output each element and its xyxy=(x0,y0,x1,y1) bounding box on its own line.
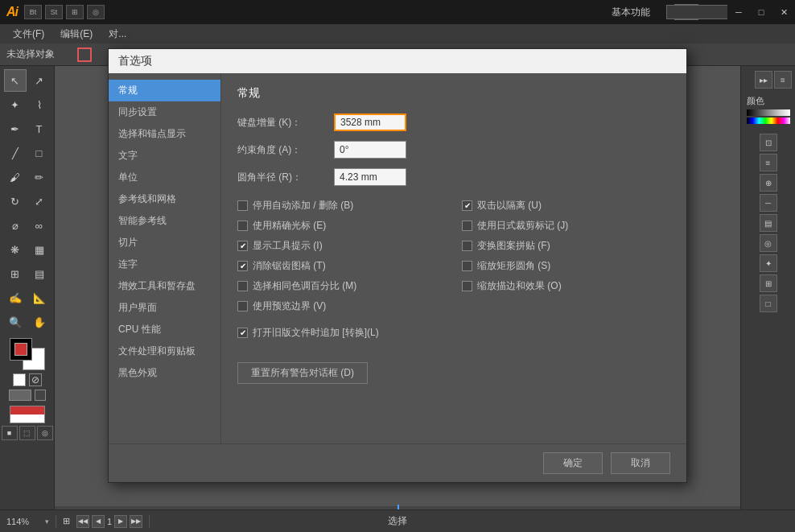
nav-item-slices[interactable]: 切片 xyxy=(109,232,220,254)
direct-select-tool[interactable]: ↗ xyxy=(28,69,51,92)
nav-item-selection[interactable]: 选择和锚点显示 xyxy=(109,123,220,145)
paintbrush-tool[interactable]: 🖌 xyxy=(4,166,27,188)
nav-item-hyphenation[interactable]: 连字 xyxy=(109,254,220,275)
zoom-level: 114% xyxy=(6,517,39,526)
keyboard-increment-input[interactable] xyxy=(334,113,406,131)
nav-item-sync[interactable]: 同步设置 xyxy=(109,101,220,123)
gradient-panel-icon[interactable]: ▤ xyxy=(760,214,777,232)
nav-icon[interactable]: ◎ xyxy=(37,426,53,440)
type-tool[interactable]: T xyxy=(28,118,51,140)
mesh-tool[interactable]: ⊞ xyxy=(4,262,27,285)
fg-bg-color-selector[interactable] xyxy=(10,338,45,370)
nav-controls: ◀◀ ◀ 1 ▶ ▶▶ xyxy=(76,515,142,528)
cb-select-same-tint[interactable] xyxy=(237,281,248,291)
screen-mode-btn[interactable] xyxy=(35,390,46,401)
maximize-button[interactable]: □ xyxy=(750,0,772,24)
rotate-tool[interactable]: ↻ xyxy=(4,190,27,212)
nav-item-general[interactable]: 常规 xyxy=(109,80,220,101)
art-board-tool[interactable] xyxy=(10,406,45,423)
hand-tool[interactable]: ✋ xyxy=(28,311,51,333)
cb-transform-pattern[interactable] xyxy=(462,241,472,251)
artboards-icon[interactable]: □ xyxy=(760,295,777,312)
cb-row-precise-cursor: 使用精确光标 (E) xyxy=(237,219,446,233)
fill-icon[interactable]: ■ xyxy=(2,426,18,440)
foreground-color[interactable] xyxy=(10,338,32,361)
nav-item-units[interactable]: 单位 xyxy=(109,167,220,188)
warp-tool[interactable]: ⌀ xyxy=(4,214,27,237)
first-page-btn[interactable]: ◀◀ xyxy=(76,515,89,528)
cb-legacy-convert[interactable]: ✔ xyxy=(237,328,248,338)
nav-item-plugins[interactable]: 增效工具和暂存盘 xyxy=(109,275,220,297)
menu-edit[interactable]: 编辑(E) xyxy=(52,26,101,43)
cb-use-preview[interactable] xyxy=(237,301,248,311)
corner-radius-label: 圆角半径 (R)： xyxy=(237,171,334,184)
line-tool[interactable]: ╱ xyxy=(4,142,27,164)
none-swatch[interactable]: ⊘ xyxy=(29,373,42,386)
next-page-btn[interactable]: ▶ xyxy=(114,515,127,528)
pathfinder-icon[interactable]: ⊕ xyxy=(760,174,777,192)
panel-options-icon[interactable]: ≡ xyxy=(774,71,792,89)
column-graph-tool[interactable]: ▦ xyxy=(28,238,51,261)
dialog-title: 首选项 xyxy=(118,54,152,68)
layers-icon[interactable]: ⊞ xyxy=(760,274,777,292)
reset-warnings-button[interactable]: 重置所有警告对话框 (D) xyxy=(237,362,368,384)
nav-item-file-handling[interactable]: 文件处理和剪贴板 xyxy=(109,340,220,362)
lasso-tool[interactable]: ⌇ xyxy=(28,93,51,116)
nav-item-ui[interactable]: 用户界面 xyxy=(109,297,220,319)
cb-tool-tips[interactable]: ✔ xyxy=(237,241,248,251)
cb-row-double-click: ✔ 双击以隔离 (U) xyxy=(462,199,670,212)
measure-tool[interactable]: 📐 xyxy=(28,287,51,309)
select-tool[interactable]: ↖ xyxy=(4,69,27,92)
nav-item-smart-guides[interactable]: 智能参考线 xyxy=(109,210,220,232)
eyedropper-tool[interactable]: ✍ xyxy=(4,287,27,309)
ok-button[interactable]: 确定 xyxy=(543,452,603,474)
nav-item-type[interactable]: 文字 xyxy=(109,145,220,167)
appearance-icon[interactable]: ◎ xyxy=(760,234,777,252)
status-separator-2 xyxy=(149,515,150,528)
rect-tool[interactable]: □ xyxy=(28,142,51,164)
cb-scale-corners[interactable] xyxy=(462,261,472,271)
selection-status: 未选择对象 xyxy=(6,47,71,61)
dialog-content: 常规 键盘增量 (K)： 约束角度 (A)： 圆角半径 (R)： xyxy=(221,73,686,443)
transform-icon[interactable]: ⊡ xyxy=(760,134,777,151)
cb-scale-stroke[interactable] xyxy=(462,281,472,291)
tool-row-8: ❋ ▦ xyxy=(4,238,51,261)
symbol-tool[interactable]: ❋ xyxy=(4,238,27,261)
stroke-icon[interactable]: ⬚ xyxy=(19,426,35,440)
cb-precise-cursor[interactable] xyxy=(237,221,248,231)
corner-radius-input[interactable] xyxy=(334,168,406,186)
prev-page-btn[interactable]: ◀ xyxy=(92,515,105,528)
cancel-button[interactable]: 取消 xyxy=(611,452,670,474)
pen-tool[interactable]: ✒ xyxy=(4,118,27,140)
last-page-btn[interactable]: ▶▶ xyxy=(130,515,142,528)
blend-tool[interactable]: ∞ xyxy=(28,214,51,237)
zoom-tool[interactable]: 🔍 xyxy=(4,311,27,333)
white-swatch[interactable] xyxy=(13,373,26,386)
color-gradient-bar[interactable] xyxy=(747,109,790,116)
align-icon[interactable]: ≡ xyxy=(760,154,777,171)
magic-wand-tool[interactable]: ✦ xyxy=(4,93,27,116)
keyboard-increment-label: 键盘增量 (K)： xyxy=(237,116,334,130)
nav-item-black[interactable]: 黑色外观 xyxy=(109,362,220,384)
cb-anti-alias[interactable]: ✔ xyxy=(237,261,248,271)
nav-item-guides[interactable]: 参考线和网格 xyxy=(109,188,220,210)
cb-japanese-crop[interactable] xyxy=(462,221,472,231)
zoom-dropdown-arrow[interactable]: ▾ xyxy=(45,518,49,526)
close-button[interactable]: ✕ xyxy=(772,0,795,24)
gradient-tool[interactable]: ▤ xyxy=(28,262,51,285)
panel-menu-icon[interactable]: ▸▸ xyxy=(755,71,772,89)
nav-item-gpu[interactable]: CPU 性能 xyxy=(109,319,220,340)
color-spectrum-bar[interactable] xyxy=(747,118,790,124)
pencil-tool[interactable]: ✏ xyxy=(28,166,51,188)
scale-tool[interactable]: ⤢ xyxy=(28,190,51,212)
cb-double-click[interactable]: ✔ xyxy=(462,200,472,211)
menu-file[interactable]: 文件(F) xyxy=(5,26,52,43)
minimize-button[interactable]: ─ xyxy=(727,0,750,24)
view-mode-btn[interactable] xyxy=(9,390,31,401)
view-mode-row xyxy=(9,390,46,401)
constrain-angle-input[interactable] xyxy=(334,141,406,159)
graphic-styles-icon[interactable]: ✦ xyxy=(760,254,777,272)
cb-auto-add[interactable] xyxy=(237,200,248,211)
menu-other[interactable]: 对... xyxy=(101,26,134,43)
stroke-panel-icon[interactable]: ─ xyxy=(760,194,777,212)
